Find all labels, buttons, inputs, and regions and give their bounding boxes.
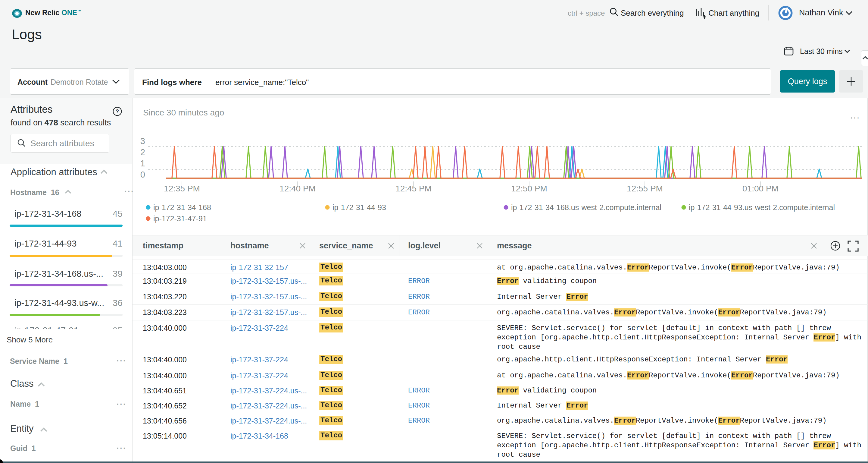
svg-text:2: 2 bbox=[141, 147, 145, 157]
svg-text:ip-172-31-34-168.us-west-2.com: ip-172-31-34-168.us-west-2.compute.inter… bbox=[511, 203, 661, 212]
svg-text:ip-172-31-34-168: ip-172-31-34-168 bbox=[153, 203, 211, 212]
svg-text:0: 0 bbox=[141, 170, 145, 179]
svg-text:12:45 PM: 12:45 PM bbox=[396, 184, 432, 193]
svg-text:01:00 PM: 01:00 PM bbox=[742, 184, 779, 193]
svg-text:12:50 PM: 12:50 PM bbox=[511, 184, 547, 193]
svg-text:1: 1 bbox=[141, 158, 145, 168]
svg-text:3: 3 bbox=[141, 136, 145, 146]
svg-text:ip-172-31-44-93.us-west-2.comp: ip-172-31-44-93.us-west-2.compute.intern… bbox=[689, 203, 835, 212]
svg-text:ip-172-31-47-91: ip-172-31-47-91 bbox=[153, 214, 207, 223]
svg-text:12:55 PM: 12:55 PM bbox=[627, 184, 663, 193]
svg-text:ip-172-31-44-93: ip-172-31-44-93 bbox=[333, 203, 386, 212]
svg-text:12:40 PM: 12:40 PM bbox=[279, 184, 316, 193]
svg-text:12:35 PM: 12:35 PM bbox=[164, 184, 200, 193]
